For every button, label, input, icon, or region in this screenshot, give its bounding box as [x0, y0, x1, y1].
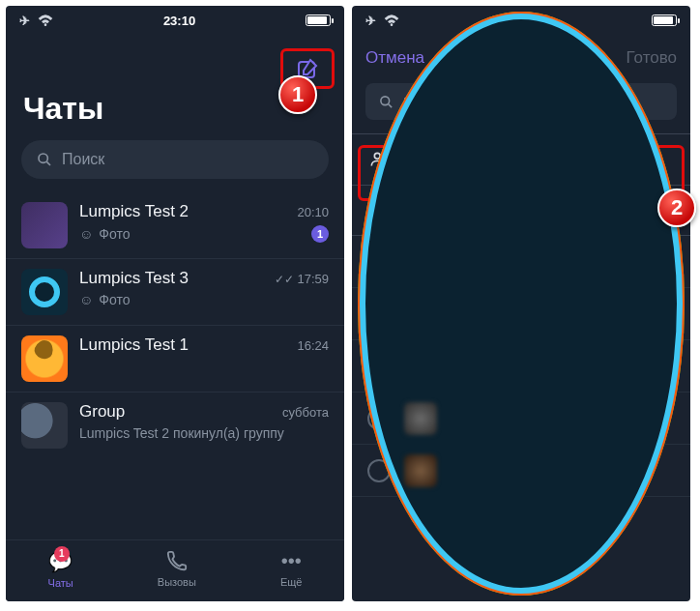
chat-name: Group	[79, 402, 125, 422]
chat-row[interactable]: Group суббота Lumpics Test 2 покинул(а) …	[6, 392, 344, 458]
more-icon: •••	[281, 550, 302, 572]
chat-name: Lumpics Test 1	[79, 335, 189, 355]
screen-select-contacts: ✈ 23:10 Отмена Выбрать контакты Готово П…	[352, 6, 690, 601]
tab-chats[interactable]: 💬 1 Чаты	[48, 550, 73, 589]
read-checks-icon: ✓✓	[275, 273, 294, 286]
contact-row[interactable]: Lumpics Test 3	[352, 340, 690, 393]
wifi-icon	[38, 15, 53, 26]
tab-bar: 💬 1 Чаты Вызовы ••• Ещё	[6, 539, 344, 601]
chat-name: Lumpics Test 2	[79, 202, 189, 221]
chat-name: Lumpics Test 3	[79, 269, 189, 288]
avatar	[21, 269, 68, 315]
chat-row[interactable]: Lumpics Test 2 20:10 ☺ Фото 1	[6, 192, 344, 258]
chat-time: 16:24	[297, 338, 329, 353]
smiley-icon: ☺	[79, 226, 93, 242]
chat-row[interactable]: Lumpics Test 3 ✓✓ 17:59 ☺ Фото	[6, 258, 344, 325]
avatar	[21, 335, 68, 382]
chat-preview: Lumpics Test 2 покинул(а) группу	[79, 425, 284, 441]
avatar	[21, 202, 68, 248]
search-placeholder: Поиск	[62, 151, 104, 168]
chat-row[interactable]: Lumpics Test 1 16:24	[6, 325, 344, 392]
step-marker-1: 1	[278, 75, 317, 114]
tab-calls[interactable]: Вызовы	[158, 551, 196, 588]
tab-badge: 1	[54, 546, 70, 562]
chat-list: Lumpics Test 2 20:10 ☺ Фото 1	[6, 192, 344, 458]
avatar	[404, 402, 437, 435]
chat-preview: ☺ Фото	[79, 292, 130, 307]
search-input[interactable]: Поиск	[21, 140, 329, 179]
airplane-icon: ✈	[365, 14, 376, 28]
search-icon	[379, 95, 394, 109]
svg-point-2	[381, 96, 390, 104]
wifi-icon	[384, 15, 399, 26]
svg-point-1	[39, 154, 47, 162]
chat-time: суббота	[282, 405, 329, 420]
contact-list: Lumpics Test 1 Lumpics Test 2 Lumpics Te…	[352, 236, 690, 497]
chat-time: ✓✓ 17:59	[275, 272, 329, 286]
chat-time: 20:10	[297, 205, 329, 219]
avatar	[404, 350, 437, 383]
status-bar: ✈ 23:10	[6, 6, 344, 35]
tab-label: Ещё	[280, 576, 303, 588]
airplane-icon: ✈	[19, 14, 30, 28]
avatar	[21, 402, 68, 449]
smiley-icon: ☺	[79, 292, 93, 307]
chat-preview: ☺ Фото	[79, 226, 130, 242]
tab-more[interactable]: ••• Ещё	[280, 550, 303, 588]
phone-icon	[166, 551, 188, 572]
status-time: 23:10	[163, 14, 195, 28]
tab-label: Чаты	[48, 577, 73, 589]
battery-icon	[652, 15, 677, 26]
unread-badge: 1	[311, 225, 329, 243]
tab-label: Вызовы	[158, 576, 196, 588]
search-icon	[37, 152, 52, 167]
avatar	[404, 454, 437, 487]
step-marker-2: 2	[657, 189, 696, 227]
done-button[interactable]: Готово	[627, 48, 678, 68]
battery-icon	[306, 15, 331, 26]
cancel-button[interactable]: Отмена	[365, 48, 424, 68]
